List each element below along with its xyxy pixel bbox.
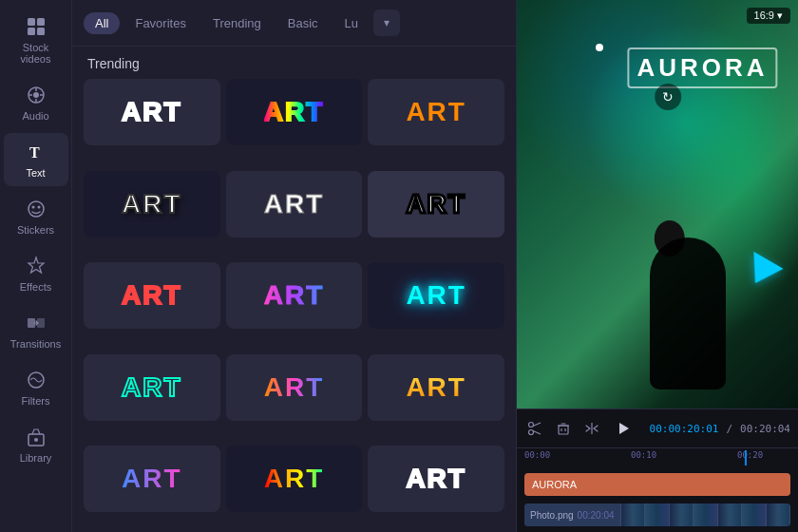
sidebar-label-stock-videos: Stock videos [8,42,65,65]
aurora-track-label: AURORA [532,479,577,490]
art-card-6[interactable]: ART [368,171,504,238]
svg-point-11 [28,201,44,217]
thumb-6 [742,504,767,526]
transitions-icon [25,312,48,334]
art-text-9: ART [406,280,466,311]
playhead[interactable] [745,450,747,466]
art-text-6: ART [406,189,466,219]
aspect-ratio-selector[interactable]: 16:9 ▾ [747,8,790,24]
svg-text:T: T [29,144,40,161]
text-icon: T [25,141,48,163]
art-card-5[interactable]: ART [226,171,363,238]
ruler-mark-0: 00:00 [524,450,550,460]
ruler-mark-10: 00:10 [631,450,656,460]
more-tabs-button[interactable]: ▾ [373,10,400,36]
art-card-13[interactable]: ART [84,446,220,512]
sidebar-item-text[interactable]: T Text [4,133,68,186]
person-silhouette [650,238,726,390]
tab-favorites[interactable]: Favorites [124,12,197,34]
section-label-trending: Trending [72,47,516,79]
art-text-11: ART [264,372,325,403]
art-card-9[interactable]: ART [368,262,504,329]
filters-icon [25,369,48,391]
sidebar-item-audio[interactable]: Audio [4,76,68,129]
sidebar-label-text: Text [26,167,45,179]
video-preview: AURORA ↻ 16:9 ▾ [517,0,798,408]
art-card-1[interactable]: ART [84,79,220,145]
svg-point-19 [529,423,534,428]
aurora-track-clip[interactable]: AURORA [524,473,790,496]
art-text-7: ART [122,280,182,311]
art-text-12: ART [406,372,466,403]
art-card-2[interactable]: ART [226,79,363,145]
art-card-14[interactable]: ART [226,446,363,512]
art-grid: ART ART ART ART ART ART ART ART ART ART [72,79,516,532]
sidebar-label-stickers: Stickers [17,224,54,236]
ruler-marks: 00:00 00:10 00:20 [524,450,790,466]
svg-rect-1 [37,18,45,26]
time-separator: / [726,423,732,435]
svg-line-21 [533,423,541,427]
art-text-4: ART [122,189,182,219]
total-time-display: 00:20:04 [740,423,790,435]
sidebar: Stock videos Audio T Text [0,0,72,532]
thumb-4 [694,504,718,526]
clock-icon [25,84,48,106]
art-text-2: ART [264,97,325,127]
split-button[interactable] [581,418,602,439]
svg-point-13 [37,206,40,209]
sidebar-item-filters[interactable]: Filters [4,361,68,414]
timeline-ruler: 00:00 00:10 00:20 [517,448,798,467]
tab-trending[interactable]: Trending [201,12,273,34]
refresh-button[interactable]: ↻ [655,84,681,110]
art-text-10: ART [122,372,182,403]
timeline: 00:00:20:01 / 00:20:04 00:00 00:10 00:20… [517,408,798,532]
sidebar-label-filters: Filters [22,395,50,407]
svg-point-18 [34,438,38,442]
sidebar-item-transitions[interactable]: Transitions [4,304,68,357]
tab-basic[interactable]: Basic [276,12,330,34]
current-time-display: 00:00:20:01 [650,423,719,435]
art-card-10[interactable]: ART [84,354,220,421]
photo-track[interactable]: Photo.png 00:20:04 [524,502,790,528]
aurora-track[interactable]: AURORA [524,471,790,498]
sidebar-item-stock-videos[interactable]: Stock videos [4,8,68,72]
art-card-11[interactable]: ART [226,354,363,421]
grid-icon [25,15,48,38]
sidebar-item-stickers[interactable]: Stickers [4,190,68,243]
sidebar-label-effects: Effects [20,281,51,293]
play-button[interactable] [610,415,636,442]
aurora-overlay-text[interactable]: AURORA [627,48,777,88]
photo-track-label: Photo.png 00:20:04 [524,504,621,526]
tab-lu[interactable]: Lu [333,12,370,34]
sidebar-item-effects[interactable]: Effects [4,247,68,300]
svg-point-12 [31,206,34,209]
thumb-5 [718,504,743,526]
art-card-12[interactable]: ART [368,354,504,421]
tab-all[interactable]: All [84,12,120,34]
art-text-15: ART [406,464,466,494]
sidebar-item-library[interactable]: Library [4,418,68,471]
art-card-7[interactable]: ART [84,262,220,329]
cut-button[interactable] [524,418,545,439]
svg-line-22 [533,431,541,435]
svg-marker-28 [619,423,629,434]
thumb-1 [621,504,646,526]
art-card-8[interactable]: ART [226,262,363,329]
effects-icon [25,255,48,277]
delete-button[interactable] [553,418,574,439]
art-text-14: ART [264,464,325,494]
svg-rect-2 [28,28,35,35]
filter-tabs: All Favorites Trending Basic Lu ▾ [72,0,516,47]
photo-track-clip[interactable]: Photo.png 00:20:04 [524,504,790,526]
art-text-5: ART [264,189,325,219]
art-card-4[interactable]: ART [84,171,220,238]
art-text-13: ART [122,464,182,494]
timeline-controls: 00:00:20:01 / 00:20:04 [517,409,798,448]
art-card-15[interactable]: ART [368,446,504,512]
sticker-icon [25,198,48,220]
text-anchor-dot [596,44,603,51]
sidebar-label-library: Library [20,452,52,464]
thumb-7 [767,504,790,526]
art-card-3[interactable]: ART [368,79,504,145]
